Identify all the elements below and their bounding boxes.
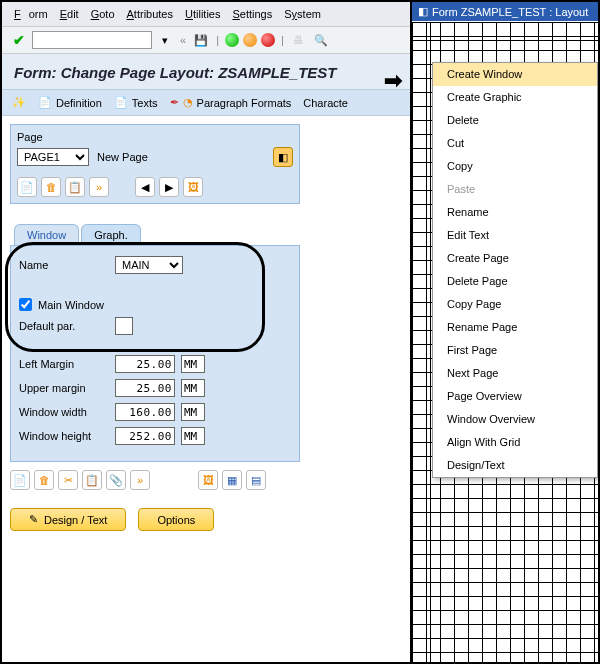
page-select[interactable]: PAGE1 bbox=[17, 148, 89, 166]
window-icon: ◧ bbox=[418, 5, 428, 18]
ok-icon[interactable]: ✔ bbox=[10, 31, 28, 49]
context-menu-item[interactable]: Delete Page bbox=[433, 270, 597, 293]
menu-settings[interactable]: Settings bbox=[228, 6, 276, 22]
picture2-icon[interactable]: 🖼 bbox=[198, 470, 218, 490]
context-menu-item[interactable]: Create Window bbox=[433, 63, 597, 86]
name-label: Name bbox=[19, 259, 109, 271]
context-menu-item[interactable]: Rename Page bbox=[433, 316, 597, 339]
create2-icon[interactable]: 📄 bbox=[10, 470, 30, 490]
main-window-checkbox[interactable] bbox=[19, 298, 32, 311]
window-height-input[interactable] bbox=[115, 427, 175, 445]
delete2-icon[interactable]: 🗑 bbox=[34, 470, 54, 490]
left-margin-input[interactable] bbox=[115, 355, 175, 373]
overview-icon[interactable]: ▦ bbox=[222, 470, 242, 490]
align-icon[interactable]: ▤ bbox=[246, 470, 266, 490]
copy2-icon[interactable]: 📋 bbox=[82, 470, 102, 490]
context-menu-item[interactable]: Align With Grid bbox=[433, 431, 597, 454]
page-panel: Page PAGE1 New Page ◧ 📄 🗑 📋 » ◀ ▶ 🖼 bbox=[10, 124, 300, 204]
tab-window[interactable]: Window bbox=[14, 224, 79, 245]
window-width-unit[interactable] bbox=[181, 403, 205, 421]
design-text-button[interactable]: ✎ Design / Text bbox=[10, 508, 126, 531]
find-icon[interactable]: 🔍 bbox=[312, 31, 330, 49]
default-par-label: Default par. bbox=[19, 320, 109, 332]
upper-margin-unit[interactable] bbox=[181, 379, 205, 397]
window-width-input[interactable] bbox=[115, 403, 175, 421]
page-label: Page bbox=[17, 131, 293, 143]
context-menu-item[interactable]: Window Overview bbox=[433, 408, 597, 431]
context-menu-item[interactable]: Cut bbox=[433, 132, 597, 155]
window-width-label: Window width bbox=[19, 406, 109, 418]
save-icon[interactable]: 💾 bbox=[192, 31, 210, 49]
name-select[interactable]: MAIN bbox=[115, 256, 183, 274]
menu-utilities[interactable]: Utilities bbox=[181, 6, 224, 22]
separator: | bbox=[281, 34, 284, 46]
left-margin-unit[interactable] bbox=[181, 355, 205, 373]
rename-icon[interactable]: » bbox=[89, 177, 109, 197]
main-window-label: Main Window bbox=[38, 299, 104, 311]
context-menu: Create WindowCreate GraphicDeleteCutCopy… bbox=[432, 62, 598, 478]
cancel-icon[interactable] bbox=[261, 33, 275, 47]
window-height-label: Window height bbox=[19, 430, 109, 442]
window-tab-body: Name MAIN Main Window Default par. Left … bbox=[10, 245, 300, 462]
dock-titlebar[interactable]: ◧ Form ZSAMPLE_TEST : Layout bbox=[412, 2, 598, 21]
context-menu-item[interactable]: Design/Text bbox=[433, 454, 597, 477]
page-layout-icon[interactable]: ◧ bbox=[273, 147, 293, 167]
upper-margin-input[interactable] bbox=[115, 379, 175, 397]
menu-system[interactable]: System bbox=[280, 6, 325, 22]
context-menu-item[interactable]: Next Page bbox=[433, 362, 597, 385]
paragraph-formats-button[interactable]: ✒◔Paragraph Formats bbox=[170, 96, 292, 109]
options-button[interactable]: Options bbox=[138, 508, 214, 531]
first-icon[interactable]: ◀ bbox=[135, 177, 155, 197]
menu-goto[interactable]: Goto bbox=[87, 6, 119, 22]
upper-margin-label: Upper margin bbox=[19, 382, 109, 394]
dropdown-icon[interactable]: ▾ bbox=[156, 31, 174, 49]
menu-attributes[interactable]: Attributes bbox=[123, 6, 177, 22]
print-icon[interactable]: 🖶 bbox=[290, 31, 308, 49]
layout-dock: ◧ Form ZSAMPLE_TEST : Layout ➡ Create Wi… bbox=[410, 2, 598, 662]
command-field[interactable] bbox=[32, 31, 152, 49]
design-icon: ✎ bbox=[29, 513, 38, 526]
exit-icon[interactable] bbox=[243, 33, 257, 47]
annotation-arrow: ➡ bbox=[384, 68, 402, 94]
context-menu-item[interactable]: Copy Page bbox=[433, 293, 597, 316]
window-height-unit[interactable] bbox=[181, 427, 205, 445]
next-icon[interactable]: ▶ bbox=[159, 177, 179, 197]
copy-icon[interactable]: 📋 bbox=[65, 177, 85, 197]
context-menu-item[interactable]: Copy bbox=[433, 155, 597, 178]
context-menu-item[interactable]: Delete bbox=[433, 109, 597, 132]
separator: | bbox=[216, 34, 219, 46]
cut-icon[interactable]: ✂ bbox=[58, 470, 78, 490]
definition-button[interactable]: 📄Definition bbox=[38, 96, 102, 109]
context-menu-item[interactable]: Rename bbox=[433, 201, 597, 224]
context-menu-item[interactable]: Edit Text bbox=[433, 224, 597, 247]
menu-form[interactable]: Form bbox=[10, 6, 52, 22]
paste-icon[interactable]: 📎 bbox=[106, 470, 126, 490]
character-formats-button[interactable]: Characte bbox=[303, 97, 348, 109]
dock-title-text: Form ZSAMPLE_TEST : Layout bbox=[432, 6, 588, 18]
left-margin-label: Left Margin bbox=[19, 358, 109, 370]
delete-icon[interactable]: 🗑 bbox=[41, 177, 61, 197]
context-menu-item[interactable]: Create Graphic bbox=[433, 86, 597, 109]
rename2-icon[interactable]: » bbox=[130, 470, 150, 490]
context-menu-item: Paste bbox=[433, 178, 597, 201]
tab-graph[interactable]: Graph. bbox=[81, 224, 141, 245]
context-menu-item[interactable]: Page Overview bbox=[433, 385, 597, 408]
context-menu-item[interactable]: Create Page bbox=[433, 247, 597, 270]
context-menu-item[interactable]: First Page bbox=[433, 339, 597, 362]
default-par-input[interactable] bbox=[115, 317, 133, 335]
create-icon[interactable]: 📄 bbox=[17, 177, 37, 197]
texts-button[interactable]: 📄Texts bbox=[114, 96, 158, 109]
back-icon[interactable] bbox=[225, 33, 239, 47]
new-page-label: New Page bbox=[97, 151, 148, 163]
tool-magic-icon[interactable]: ✨ bbox=[12, 96, 26, 109]
menu-edit[interactable]: Edit bbox=[56, 6, 83, 22]
separator: « bbox=[180, 34, 186, 46]
picture-icon[interactable]: 🖼 bbox=[183, 177, 203, 197]
